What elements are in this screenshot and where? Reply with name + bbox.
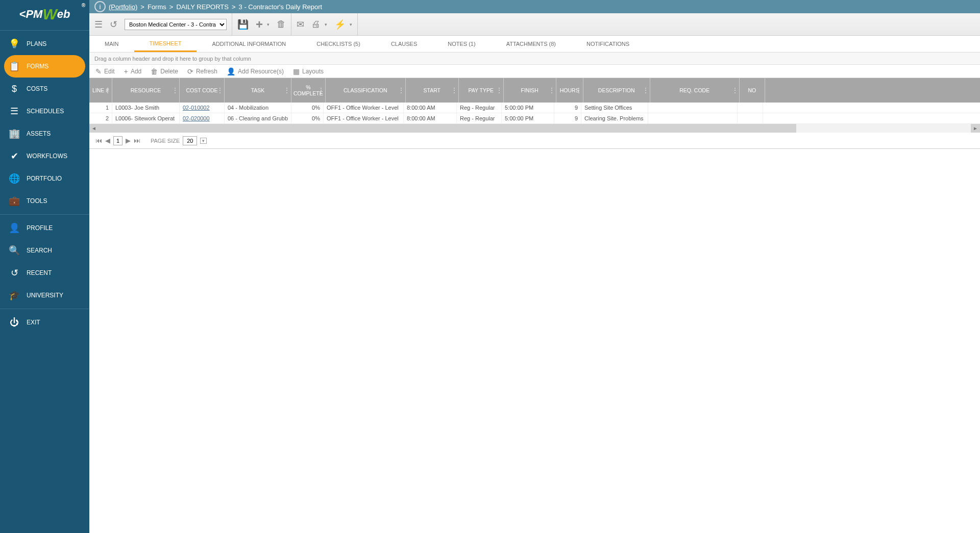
col-start[interactable]: START⋮ (406, 78, 459, 103)
history-icon[interactable]: ↺ (110, 19, 117, 30)
sidebar-item-forms[interactable]: 📋FORMS (4, 55, 85, 78)
first-page-icon[interactable]: ⏮ (95, 137, 102, 144)
filter-icon[interactable]: ⋮ (643, 87, 649, 94)
sidebar-item-profile[interactable]: 👤PROFILE (0, 217, 89, 239)
filter-icon[interactable]: ⋮ (732, 87, 738, 94)
tab-additional[interactable]: ADDITIONAL INFORMATION (197, 36, 301, 52)
col-task[interactable]: TASK⋮ (225, 78, 291, 103)
divider (0, 30, 89, 31)
scroll-track[interactable] (99, 124, 971, 133)
filter-icon[interactable]: ⋮ (398, 87, 404, 94)
sidebar-item-recent[interactable]: ↺RECENT (0, 262, 89, 284)
sidebar-item-university[interactable]: 🎓UNIVERSITY (0, 284, 89, 307)
col-costcode[interactable]: COST CODE⋮ (180, 78, 225, 103)
scroll-thumb[interactable] (99, 124, 796, 133)
cell-paytype: Reg - Regular (457, 113, 502, 123)
filter-icon[interactable]: ⋮ (284, 87, 290, 94)
print-icon[interactable]: 🖨 (311, 19, 321, 30)
sidebar-item-plans[interactable]: 💡PLANS (0, 33, 89, 55)
delete-icon[interactable]: 🗑 (277, 19, 286, 30)
cell-notes (738, 113, 763, 123)
tab-notifications[interactable]: NOTIFICATIONS (571, 36, 645, 52)
sidebar-item-exit[interactable]: ⏻EXIT (0, 311, 89, 334)
costcode-link[interactable]: 02-020000 (183, 115, 210, 121)
filter-icon[interactable]: ⋮ (496, 87, 502, 94)
info-icon[interactable]: i (94, 1, 106, 12)
group-by-row[interactable]: Drag a column header and drop it here to… (89, 53, 980, 65)
save-icon[interactable]: 💾 (237, 19, 249, 30)
page-size-label: PAGE SIZE (151, 138, 180, 144)
add-icon[interactable]: + (256, 17, 263, 32)
page-size-input[interactable] (183, 136, 197, 145)
tab-clauses[interactable]: CLAUSES (376, 36, 432, 52)
scroll-left-icon[interactable]: ◄ (89, 124, 99, 133)
refresh-icon: ⟳ (187, 67, 193, 75)
col-paytype[interactable]: PAY TYPE⋮ (459, 78, 504, 103)
bolt-dropdown-icon[interactable]: ▾ (350, 22, 352, 27)
sidebar-item-costs[interactable]: $COSTS (0, 78, 89, 100)
crumb-forms[interactable]: Forms (148, 3, 166, 11)
filter-icon[interactable]: ⋮ (105, 87, 111, 94)
cell-finish: 5:00:00 PM (502, 103, 554, 113)
tab-checklists[interactable]: CHECKLISTS (5) (301, 36, 376, 52)
filter-icon[interactable]: ⋮ (549, 87, 555, 94)
col-class[interactable]: CLASSIFICATION⋮ (326, 78, 406, 103)
sidebar-item-search[interactable]: 🔍SEARCH (0, 239, 89, 262)
add-resources-button[interactable]: 👤Add Resource(s) (227, 67, 284, 75)
costcode-link[interactable]: 02-010002 (183, 105, 210, 111)
tab-main[interactable]: MAIN (89, 36, 134, 52)
add-button[interactable]: +Add (124, 67, 142, 75)
page-size-dropdown-icon[interactable]: ▾ (200, 138, 207, 144)
sidebar-item-schedules[interactable]: ☰SCHEDULES (0, 100, 89, 122)
project-select[interactable]: Boston Medical Center - 3 - Contrac (125, 19, 227, 30)
edit-button[interactable]: ✎Edit (95, 67, 115, 75)
logo[interactable]: <PMWeb ® (0, 0, 89, 28)
table-row[interactable]: 1 L0003- Joe Smith 02-010002 04 - Mobili… (89, 103, 980, 113)
crumb-portfolio[interactable]: (Portfolio) (109, 3, 137, 11)
sidebar-item-workflows[interactable]: ✔WORKFLOWS (0, 145, 89, 167)
filter-icon[interactable]: ⋮ (172, 87, 178, 94)
filter-icon[interactable]: ⋮ (451, 87, 457, 94)
print-dropdown-icon[interactable]: ▾ (325, 22, 327, 27)
sidebar-item-portfolio[interactable]: 🌐PORTFOLIO (0, 167, 89, 190)
col-hours[interactable]: HOURS⋮ (556, 78, 583, 103)
tab-notes[interactable]: NOTES (1) (432, 36, 491, 52)
last-page-icon[interactable]: ⏭ (134, 137, 140, 144)
layouts-button[interactable]: ▦Layouts (293, 67, 324, 75)
col-pct[interactable]: % COMPLETE⋮ (291, 78, 326, 103)
col-desc[interactable]: DESCRIPTION⋮ (583, 78, 650, 103)
sidebar-item-assets[interactable]: 🏢ASSETS (0, 122, 89, 145)
col-label: TASK (251, 87, 265, 93)
filter-icon[interactable]: ⋮ (318, 87, 324, 94)
horizontal-scrollbar[interactable]: ◄ ► (89, 124, 980, 133)
filter-icon[interactable]: ⋮ (576, 87, 582, 94)
col-notes[interactable]: NO (740, 78, 765, 103)
cell-start: 8:00:00 AM (404, 103, 457, 113)
mail-icon[interactable]: ✉ (297, 19, 304, 30)
cell-class: OFF1 - Office Worker - Level (324, 113, 404, 123)
col-label: PAY TYPE (469, 87, 494, 93)
tab-timesheet[interactable]: TIMESHEET (134, 36, 197, 52)
sidebar-label: RECENT (27, 269, 52, 276)
next-page-icon[interactable]: ▶ (126, 137, 131, 144)
delete-button[interactable]: 🗑Delete (151, 67, 178, 75)
refresh-button[interactable]: ⟳Refresh (187, 67, 217, 75)
logo-reg: ® (82, 3, 85, 8)
page-input[interactable] (113, 136, 122, 145)
sidebar-item-tools[interactable]: 💼TOOLS (0, 190, 89, 212)
prev-page-icon[interactable]: ◀ (105, 137, 110, 144)
globe-icon: 🌐 (9, 173, 19, 184)
add-dropdown-icon[interactable]: ▾ (267, 22, 270, 27)
scroll-right-icon[interactable]: ► (971, 124, 980, 133)
col-req[interactable]: REQ. CODE⋮ (650, 78, 740, 103)
list-icon[interactable]: ☰ (94, 19, 103, 30)
crumb-daily[interactable]: DAILY REPORTS (176, 3, 229, 11)
tab-attachments[interactable]: ATTACHMENTS (8) (491, 36, 571, 52)
table-row[interactable]: 2 L0006- Sitework Operat 02-020000 06 - … (89, 113, 980, 124)
bolt-icon[interactable]: ⚡ (334, 19, 346, 30)
col-finish[interactable]: FINISH⋮ (504, 78, 556, 103)
col-line[interactable]: LINE #⋮ (89, 78, 112, 103)
col-resource[interactable]: RESOURCE⋮ (112, 78, 180, 103)
filter-icon[interactable]: ⋮ (217, 87, 223, 94)
logo-eb: eb (57, 8, 70, 21)
